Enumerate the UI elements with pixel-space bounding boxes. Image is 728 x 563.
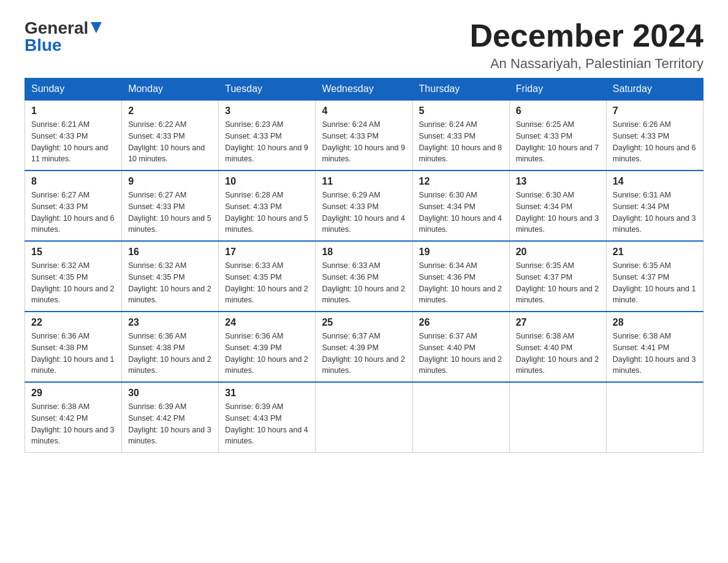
day-info: Sunrise: 6:37 AMSunset: 4:39 PMDaylight:… xyxy=(322,332,405,375)
day-info: Sunrise: 6:34 AMSunset: 4:36 PMDaylight:… xyxy=(419,261,502,304)
day-number: 19 xyxy=(419,247,503,258)
day-number: 29 xyxy=(31,388,115,399)
day-number: 11 xyxy=(322,176,406,187)
day-number: 2 xyxy=(128,105,212,117)
table-row xyxy=(412,382,509,453)
day-info: Sunrise: 6:23 AMSunset: 4:33 PMDaylight:… xyxy=(225,120,308,163)
day-info: Sunrise: 6:25 AMSunset: 4:33 PMDaylight:… xyxy=(516,120,599,163)
day-number: 23 xyxy=(128,317,212,328)
day-info: Sunrise: 6:28 AMSunset: 4:33 PMDaylight:… xyxy=(225,191,308,234)
day-info: Sunrise: 6:30 AMSunset: 4:34 PMDaylight:… xyxy=(419,191,502,234)
day-info: Sunrise: 6:39 AMSunset: 4:42 PMDaylight:… xyxy=(128,402,211,445)
table-row: 14 Sunrise: 6:31 AMSunset: 4:34 PMDaylig… xyxy=(606,170,703,241)
table-row: 20 Sunrise: 6:35 AMSunset: 4:37 PMDaylig… xyxy=(509,241,606,312)
day-number: 10 xyxy=(225,176,309,187)
title-area: December 2024 An Nassariyah, Palestinian… xyxy=(469,18,703,72)
table-row: 8 Sunrise: 6:27 AMSunset: 4:33 PMDayligh… xyxy=(25,170,122,241)
day-number: 18 xyxy=(322,247,406,258)
day-number: 13 xyxy=(516,176,600,187)
table-row: 6 Sunrise: 6:25 AMSunset: 4:33 PMDayligh… xyxy=(509,100,606,170)
day-info: Sunrise: 6:36 AMSunset: 4:38 PMDaylight:… xyxy=(128,332,211,375)
day-info: Sunrise: 6:22 AMSunset: 4:33 PMDaylight:… xyxy=(128,120,205,163)
table-row: 4 Sunrise: 6:24 AMSunset: 4:33 PMDayligh… xyxy=(316,100,412,170)
day-info: Sunrise: 6:21 AMSunset: 4:33 PMDaylight:… xyxy=(31,120,108,163)
day-info: Sunrise: 6:27 AMSunset: 4:33 PMDaylight:… xyxy=(128,191,211,234)
table-row: 28 Sunrise: 6:38 AMSunset: 4:41 PMDaylig… xyxy=(606,312,703,382)
day-number: 5 xyxy=(419,105,503,117)
day-info: Sunrise: 6:39 AMSunset: 4:43 PMDaylight:… xyxy=(225,402,308,445)
calendar-week-4: 22 Sunrise: 6:36 AMSunset: 4:38 PMDaylig… xyxy=(25,312,703,382)
table-row xyxy=(509,382,606,453)
day-number: 27 xyxy=(516,317,600,328)
day-info: Sunrise: 6:31 AMSunset: 4:34 PMDaylight:… xyxy=(613,191,696,234)
day-number: 24 xyxy=(225,317,309,328)
col-tuesday: Tuesday xyxy=(219,79,316,101)
day-number: 26 xyxy=(419,317,503,328)
day-number: 16 xyxy=(128,247,212,258)
col-sunday: Sunday xyxy=(25,79,122,101)
table-row xyxy=(316,382,412,453)
table-row: 12 Sunrise: 6:30 AMSunset: 4:34 PMDaylig… xyxy=(412,170,509,241)
day-number: 9 xyxy=(128,176,212,187)
col-monday: Monday xyxy=(122,79,219,101)
day-info: Sunrise: 6:27 AMSunset: 4:33 PMDaylight:… xyxy=(31,191,115,234)
logo-blue-text: Blue xyxy=(25,36,62,55)
day-number: 17 xyxy=(225,247,309,258)
table-row: 21 Sunrise: 6:35 AMSunset: 4:37 PMDaylig… xyxy=(606,241,703,312)
day-info: Sunrise: 6:33 AMSunset: 4:36 PMDaylight:… xyxy=(322,261,405,304)
table-row: 17 Sunrise: 6:33 AMSunset: 4:35 PMDaylig… xyxy=(219,241,316,312)
col-thursday: Thursday xyxy=(412,79,509,101)
day-number: 31 xyxy=(225,388,309,399)
svg-marker-0 xyxy=(91,22,102,33)
col-saturday: Saturday xyxy=(606,79,703,101)
table-row: 24 Sunrise: 6:36 AMSunset: 4:39 PMDaylig… xyxy=(219,312,316,382)
calendar-week-1: 1 Sunrise: 6:21 AMSunset: 4:33 PMDayligh… xyxy=(25,100,703,170)
day-number: 28 xyxy=(613,317,697,328)
day-number: 8 xyxy=(31,176,115,187)
table-row: 7 Sunrise: 6:26 AMSunset: 4:33 PMDayligh… xyxy=(606,100,703,170)
day-number: 12 xyxy=(419,176,503,187)
day-number: 20 xyxy=(516,247,600,258)
day-info: Sunrise: 6:29 AMSunset: 4:33 PMDaylight:… xyxy=(322,191,405,234)
page-header: General Blue December 2024 An Nassariyah… xyxy=(25,18,703,72)
table-row: 29 Sunrise: 6:38 AMSunset: 4:42 PMDaylig… xyxy=(25,382,122,453)
table-row: 26 Sunrise: 6:37 AMSunset: 4:40 PMDaylig… xyxy=(412,312,509,382)
day-info: Sunrise: 6:38 AMSunset: 4:40 PMDaylight:… xyxy=(516,332,599,375)
day-info: Sunrise: 6:24 AMSunset: 4:33 PMDaylight:… xyxy=(322,120,405,163)
table-row: 11 Sunrise: 6:29 AMSunset: 4:33 PMDaylig… xyxy=(316,170,412,241)
day-info: Sunrise: 6:38 AMSunset: 4:41 PMDaylight:… xyxy=(613,332,696,375)
table-row: 31 Sunrise: 6:39 AMSunset: 4:43 PMDaylig… xyxy=(219,382,316,453)
table-row: 9 Sunrise: 6:27 AMSunset: 4:33 PMDayligh… xyxy=(122,170,219,241)
calendar-week-5: 29 Sunrise: 6:38 AMSunset: 4:42 PMDaylig… xyxy=(25,382,703,453)
calendar-week-2: 8 Sunrise: 6:27 AMSunset: 4:33 PMDayligh… xyxy=(25,170,703,241)
col-friday: Friday xyxy=(509,79,606,101)
day-info: Sunrise: 6:36 AMSunset: 4:39 PMDaylight:… xyxy=(225,332,308,375)
table-row: 25 Sunrise: 6:37 AMSunset: 4:39 PMDaylig… xyxy=(316,312,412,382)
table-row: 27 Sunrise: 6:38 AMSunset: 4:40 PMDaylig… xyxy=(509,312,606,382)
table-row: 5 Sunrise: 6:24 AMSunset: 4:33 PMDayligh… xyxy=(412,100,509,170)
table-row: 23 Sunrise: 6:36 AMSunset: 4:38 PMDaylig… xyxy=(122,312,219,382)
day-info: Sunrise: 6:38 AMSunset: 4:42 PMDaylight:… xyxy=(31,402,115,445)
calendar-table: Sunday Monday Tuesday Wednesday Thursday… xyxy=(25,78,703,453)
table-row xyxy=(606,382,703,453)
logo-arrow-icon xyxy=(91,22,102,36)
table-row: 30 Sunrise: 6:39 AMSunset: 4:42 PMDaylig… xyxy=(122,382,219,453)
table-row: 18 Sunrise: 6:33 AMSunset: 4:36 PMDaylig… xyxy=(316,241,412,312)
table-row: 22 Sunrise: 6:36 AMSunset: 4:38 PMDaylig… xyxy=(25,312,122,382)
day-info: Sunrise: 6:35 AMSunset: 4:37 PMDaylight:… xyxy=(516,261,599,304)
calendar-header-row: Sunday Monday Tuesday Wednesday Thursday… xyxy=(25,79,703,101)
col-wednesday: Wednesday xyxy=(316,79,412,101)
day-info: Sunrise: 6:24 AMSunset: 4:33 PMDaylight:… xyxy=(419,120,502,163)
day-info: Sunrise: 6:33 AMSunset: 4:35 PMDaylight:… xyxy=(225,261,308,304)
day-number: 7 xyxy=(613,105,697,117)
day-info: Sunrise: 6:36 AMSunset: 4:38 PMDaylight:… xyxy=(31,332,115,375)
day-info: Sunrise: 6:35 AMSunset: 4:37 PMDaylight:… xyxy=(613,261,696,304)
day-number: 21 xyxy=(613,247,697,258)
table-row: 10 Sunrise: 6:28 AMSunset: 4:33 PMDaylig… xyxy=(219,170,316,241)
table-row: 13 Sunrise: 6:30 AMSunset: 4:34 PMDaylig… xyxy=(509,170,606,241)
subtitle: An Nassariyah, Palestinian Territory xyxy=(469,56,703,72)
table-row: 16 Sunrise: 6:32 AMSunset: 4:35 PMDaylig… xyxy=(122,241,219,312)
day-info: Sunrise: 6:26 AMSunset: 4:33 PMDaylight:… xyxy=(613,120,696,163)
day-info: Sunrise: 6:30 AMSunset: 4:34 PMDaylight:… xyxy=(516,191,599,234)
day-number: 22 xyxy=(31,317,115,328)
